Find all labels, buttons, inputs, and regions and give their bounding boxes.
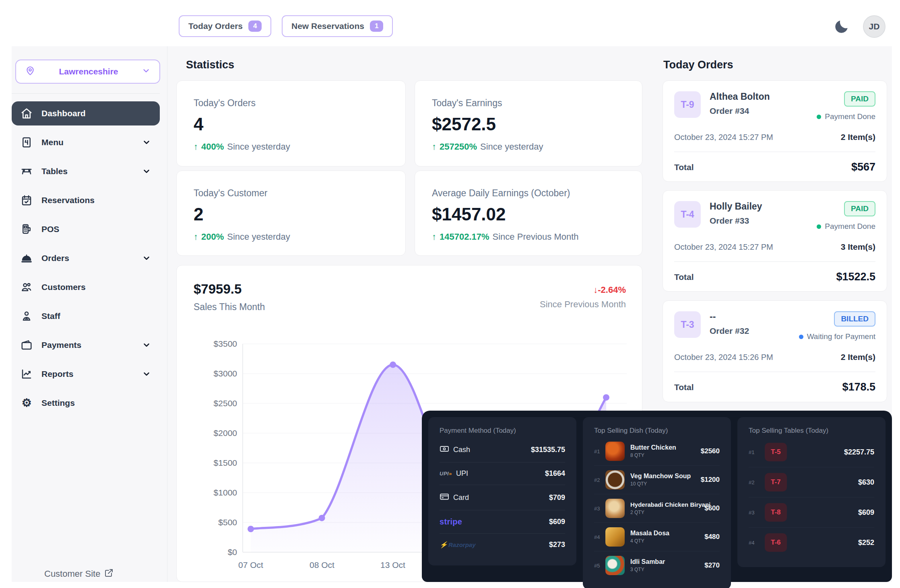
sidebar-item-label: Orders: [41, 253, 133, 263]
sidebar-item-orders[interactable]: Orders: [12, 246, 160, 270]
dish-row: #3 Hyderabadi Chicken Biryani2 QTY $600: [594, 494, 720, 523]
order-datetime: October 23, 2024 15:27 PM: [674, 133, 773, 142]
sidebar-item-payments[interactable]: Payments: [12, 333, 160, 357]
status-badge: PAID: [844, 201, 875, 216]
stat-value: 4: [194, 114, 388, 134]
stat-title: Today's Customer: [194, 188, 388, 199]
sidebar-item-label: Dashboard: [41, 109, 151, 118]
stat-delta: ↑ 145702.17% Since Previous Month: [432, 232, 625, 242]
user-avatar[interactable]: JD: [863, 15, 886, 38]
stat-card-todays-orders: Today's Orders 4 ↑ 400% Since yesterday: [176, 80, 406, 167]
order-card-33[interactable]: T-4 Holly Bailey Order #33 PAID Payment …: [663, 190, 887, 292]
calendar-check-icon: [21, 194, 33, 206]
sidebar-item-reservations[interactable]: Reservations: [12, 188, 160, 212]
order-item-count: 2 Item(s): [841, 352, 875, 362]
up-arrow-icon: ↑: [194, 232, 198, 242]
payment-method-panel: Payment Method (Today) Cash $31535.75 UP…: [428, 417, 576, 565]
order-card-divider: [674, 152, 875, 152]
home-icon: [21, 107, 33, 119]
order-total-label: Total: [674, 382, 694, 392]
sidebar-item-staff[interactable]: Staff: [12, 304, 160, 328]
order-customer-name: Althea Bolton: [710, 91, 770, 102]
sidebar-item-tables[interactable]: Tables: [12, 159, 160, 183]
chart-x-axis-labels: 07 Oct 08 Oct 13 Oct: [238, 560, 405, 569]
order-card-divider: [674, 261, 875, 262]
topbar: Today Orders 4 New Reservations 1 JD: [0, 0, 900, 46]
dark-mode-toggle[interactable]: [832, 18, 851, 36]
status-badge: PAID: [844, 91, 875, 107]
sidebar-nav: Dashboard Menu Tables Reservations POS O…: [12, 101, 160, 420]
stat-delta: ↑ 400% Since yesterday: [194, 142, 388, 152]
order-total-label: Total: [674, 272, 694, 282]
upi-logo-icon: UPI»: [440, 471, 452, 477]
sidebar-divider-line: [167, 46, 167, 582]
svg-text:$2000: $2000: [214, 428, 237, 438]
today-orders-heading: Today Orders: [663, 59, 733, 71]
order-datetime: October 23, 2024 15:27 PM: [674, 243, 773, 252]
location-selector[interactable]: Lawrenceshire: [15, 60, 160, 84]
svg-text:$500: $500: [218, 518, 237, 527]
sidebar-item-label: Payments: [41, 340, 133, 350]
sidebar-item-customers[interactable]: Customers: [12, 275, 160, 299]
customer-site-link[interactable]: Customer Site: [44, 568, 114, 580]
sidebar-item-label: Staff: [41, 311, 151, 321]
moon-icon: [833, 30, 850, 36]
svg-text:13 Oct: 13 Oct: [380, 560, 405, 569]
stat-value: $2572.5: [432, 114, 625, 134]
sidebar-item-label: POS: [41, 224, 151, 234]
top-selling-dish-panel: Top Selling Dish (Today) #1 Butter Chick…: [583, 417, 731, 588]
dish-photo: [605, 442, 625, 461]
stat-value: 2: [194, 204, 388, 224]
svg-text:07 Oct: 07 Oct: [238, 560, 263, 569]
svg-text:$1000: $1000: [214, 488, 237, 497]
pos-terminal-icon: [21, 223, 33, 235]
status-badge: BILLED: [834, 311, 875, 327]
up-arrow-icon: ↑: [432, 232, 436, 242]
order-card-32[interactable]: T-3 -- Order #32 BILLED Waiting for Paym…: [663, 300, 887, 402]
sidebar-top-divider: [12, 93, 160, 94]
sidebar-item-label: Menu: [41, 138, 133, 147]
chevron-down-icon: [142, 167, 151, 176]
top-dish-heading: Top Selling Dish (Today): [594, 427, 720, 435]
table-rank-row: #4 T-6 $252: [749, 528, 874, 557]
payment-row-cash: Cash $31535.75: [440, 437, 565, 463]
sidebar-item-reports[interactable]: Reports: [12, 362, 160, 386]
payment-row-stripe: stripe $609: [440, 510, 565, 534]
sidebar-item-pos[interactable]: POS: [12, 217, 160, 241]
order-customer-name: --: [710, 311, 749, 322]
today-orders-button[interactable]: Today Orders 4: [179, 15, 271, 37]
sidebar-item-menu[interactable]: Menu: [12, 130, 160, 154]
dashboard-page: Today Orders 4 New Reservations 1 JD Law…: [0, 0, 900, 588]
new-reservations-button[interactable]: New Reservations 1: [282, 15, 393, 37]
razorpay-logo-icon: ⚡: [440, 541, 448, 549]
chevron-down-icon: [142, 254, 151, 263]
up-arrow-icon: ↑: [194, 142, 198, 152]
chevron-down-icon: [142, 138, 151, 147]
payment-row-card: Card $709: [440, 485, 565, 510]
stat-title: Today's Orders: [194, 98, 388, 109]
today-orders-button-label: Today Orders: [188, 21, 243, 31]
table-rank-row: #2 T-7 $630: [749, 467, 874, 498]
dish-row: #4 Masala Dosa4 QTY $480: [594, 523, 720, 551]
table-badge: T-8: [765, 503, 787, 522]
svg-text:$3500: $3500: [214, 339, 237, 348]
order-number: Order #32: [710, 326, 749, 336]
stat-title: Today's Earnings: [432, 98, 625, 109]
dish-photo: [605, 556, 625, 575]
credit-card-icon: [440, 492, 449, 503]
table-badge: T-9: [674, 91, 701, 118]
dish-photo: [605, 527, 625, 547]
sidebar-item-label: Settings: [41, 398, 151, 408]
chevron-down-icon: [142, 341, 151, 350]
payment-status: Waiting for Payment: [799, 332, 875, 341]
sidebar-item-dashboard[interactable]: Dashboard: [12, 101, 160, 125]
stat-delta: ↑ 200% Since yesterday: [194, 232, 388, 242]
dish-photo: [605, 470, 625, 489]
table-badge: T-7: [765, 473, 787, 491]
menu-book-icon: [21, 136, 33, 148]
top-selling-tables-panel: Top Selling Tables (Today) #1 T-5 $2257.…: [737, 417, 886, 567]
order-card-34[interactable]: T-9 Althea Bolton Order #34 PAID Payment…: [663, 80, 887, 182]
sidebar-item-settings[interactable]: ⚙ Settings: [12, 391, 160, 415]
table-rank-row: #1 T-5 $2257.75: [749, 437, 874, 467]
table-badge: T-5: [765, 443, 787, 461]
